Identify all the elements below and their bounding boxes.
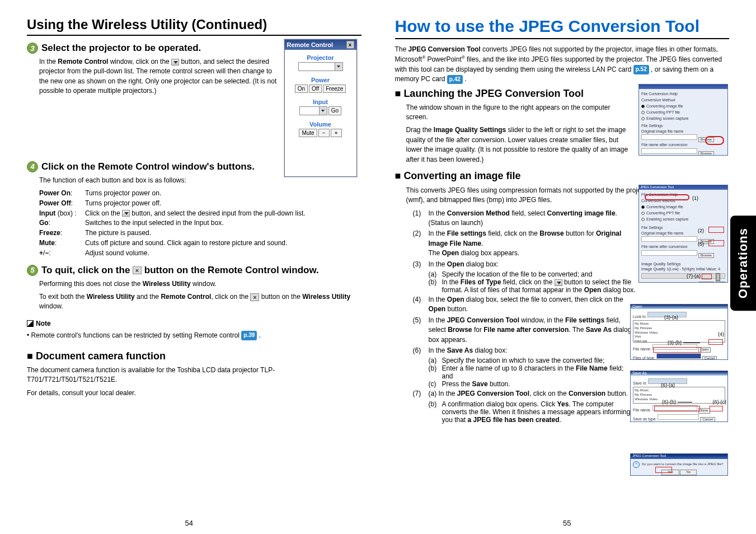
intro-paragraph: The JPEG Conversion Tool converts JPEG f… (395, 45, 725, 85)
input-label: Input (289, 99, 352, 105)
remote-title-text: Remote Control (287, 41, 334, 48)
projector-select[interactable] (298, 62, 343, 71)
volume-down-button[interactable]: − (318, 129, 330, 137)
thumb-confirm-dialog: JPEG Conversion Tool ?Do you want to con… (630, 453, 728, 476)
step3-icon: 3 (27, 43, 38, 54)
power-off-button[interactable]: Off (309, 85, 322, 93)
page-54: Using the Wireless Utility (Continued) 3… (0, 0, 378, 534)
side-tab-operations: Operations (730, 216, 756, 311)
doc-camera-l2: For details, consult your local dealer. (27, 388, 361, 398)
doc-camera-l1: The document camera function is availabl… (27, 366, 361, 385)
page-title-right: How to use the JPEG Conversion Tool (395, 17, 730, 39)
go-button[interactable]: Go (328, 106, 341, 115)
note-text: • Remote control's functions can be rest… (27, 331, 361, 340)
close-x-icon: × (250, 293, 259, 301)
thumb-saveas-dialog: Save As Save in: My Music My Pictures Wi… (630, 371, 728, 422)
mute-button[interactable]: Mute (299, 129, 317, 137)
input-select[interactable] (299, 106, 327, 115)
note-icon (27, 320, 34, 327)
button-definitions: Power On:Turns projector power on. Power… (39, 189, 361, 258)
step3-title: Select the projector to be operated. (41, 43, 201, 54)
conversion-steps: (1)In the Conversion Method field, selec… (413, 209, 637, 424)
step5-body: Performing this does not close the Wirel… (39, 279, 361, 312)
page-ref-42: p.42 (447, 75, 463, 85)
converting-heading: Converting an image file (395, 170, 730, 182)
doc-camera-heading: Document camera function (27, 350, 361, 362)
dropdown-icon (122, 210, 130, 217)
remote-control-window: Remote Control × Projector Power On Off … (284, 39, 357, 177)
page-number-54: 54 (185, 519, 193, 527)
step4-title: Click on the Remote Control window's but… (41, 161, 255, 172)
power-on-button[interactable]: On (295, 85, 308, 93)
step5-title: To quit, click on the × button on the Re… (41, 265, 319, 276)
volume-label: Volume (289, 121, 352, 128)
step5-icon: 5 (27, 265, 38, 276)
step4-intro: The function of each button and box is a… (39, 176, 361, 185)
chevron-down-icon[interactable] (335, 63, 342, 71)
close-x-icon: × (133, 266, 142, 274)
page-number-55: 55 (563, 519, 571, 527)
thumb-open-dialog: Open Look in: My Music My Pictures Windo… (630, 304, 728, 360)
step4-body: The function of each button and box is a… (39, 176, 361, 258)
page-ref-39: p.39 (241, 331, 257, 340)
launching-body: The window shown in the figure to the ri… (406, 103, 630, 165)
page-55: How to use the JPEG Conversion Tool The … (378, 0, 757, 534)
freeze-button[interactable]: Freeze (323, 85, 346, 93)
dropdown-icon (171, 59, 179, 65)
step3-body: In the Remote Control window, click on t… (39, 57, 280, 96)
thumb-jpeg-tool-2: JPEG Conversion Tool File Conversion Hel… (638, 185, 728, 283)
volume-up-button[interactable]: + (331, 129, 342, 137)
projector-label: Projector (289, 54, 352, 61)
step5-heading: 5 To quit, click on the × button on the … (27, 265, 361, 276)
close-icon[interactable]: × (346, 41, 354, 49)
step4-icon: 4 (27, 161, 38, 172)
dropdown-icon (555, 279, 562, 286)
note-heading: Note (27, 320, 361, 327)
page-ref-52: p.52 (633, 65, 649, 74)
chevron-down-icon[interactable] (319, 107, 327, 115)
page-title-left: Using the Wireless Utility (Continued) (27, 17, 361, 36)
remote-titlebar: Remote Control × (285, 40, 356, 50)
thumb-jpeg-tool-1: File Conversion Help Conversion Method C… (638, 84, 728, 156)
power-label: Power (289, 77, 352, 83)
